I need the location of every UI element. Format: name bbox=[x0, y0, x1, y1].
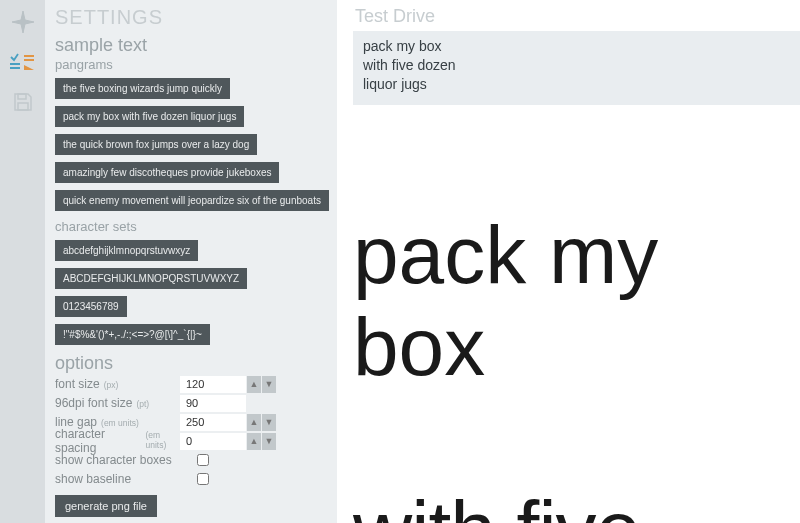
pangram-item[interactable]: pack my box with five dozen liquor jugs bbox=[55, 106, 244, 127]
show-baseline-label: show baseline bbox=[55, 472, 197, 486]
render-line: with five doze bbox=[353, 484, 640, 523]
options-heading: options bbox=[55, 353, 329, 374]
label-text: 96dpi font size bbox=[55, 396, 132, 410]
char-spacing-down-icon[interactable]: ▼ bbox=[262, 433, 276, 450]
label-unit: (pt) bbox=[136, 399, 149, 409]
generate-png-button[interactable]: generate png file bbox=[55, 495, 157, 517]
label-unit: (px) bbox=[104, 380, 119, 390]
charset-item[interactable]: !"#$%&'()*+,-./:;<=>?@[\]^_`{|}~ bbox=[55, 324, 210, 345]
preview-panel: Test Drive pack my box with five doze li… bbox=[337, 0, 800, 523]
svg-rect-5 bbox=[18, 94, 26, 99]
font-size-down-icon[interactable]: ▼ bbox=[262, 376, 276, 393]
charset-item[interactable]: abcdefghijklmnopqrstuvwxyz bbox=[55, 240, 198, 261]
icon-sidebar bbox=[0, 0, 45, 523]
list-mode-icon[interactable] bbox=[9, 48, 37, 76]
save-icon[interactable] bbox=[9, 88, 37, 116]
font-size-up-icon[interactable]: ▲ bbox=[247, 376, 261, 393]
line-gap-input[interactable] bbox=[180, 414, 246, 431]
pangram-item[interactable]: the quick brown fox jumps over a lazy do… bbox=[55, 134, 257, 155]
label-text: character spacing bbox=[55, 427, 141, 455]
option-row-show-baseline: show baseline bbox=[55, 470, 329, 488]
option-row-show-boxes: show character boxes bbox=[55, 451, 329, 469]
settings-panel: SETTINGS sample text pangrams the five b… bbox=[45, 0, 337, 523]
settings-title: SETTINGS bbox=[55, 6, 329, 29]
sample-text-heading: sample text bbox=[55, 35, 329, 56]
svg-rect-6 bbox=[18, 103, 28, 110]
char-spacing-label: character spacing (em units) bbox=[55, 427, 180, 455]
option-row-font-size: font size (px) ▲ ▼ bbox=[55, 375, 329, 393]
option-row-dpi-size: 96dpi font size (pt) bbox=[55, 394, 329, 412]
svg-rect-1 bbox=[10, 63, 20, 65]
dpi-size-label: 96dpi font size (pt) bbox=[55, 396, 180, 410]
pangram-item[interactable]: the five boxing wizards jump quickly bbox=[55, 78, 230, 99]
font-size-label: font size (px) bbox=[55, 377, 180, 391]
render-line: pack my box bbox=[353, 209, 658, 392]
svg-rect-4 bbox=[24, 59, 34, 61]
compass-icon[interactable] bbox=[9, 8, 37, 36]
preview-text-input[interactable] bbox=[353, 31, 800, 105]
show-boxes-label: show character boxes bbox=[55, 453, 197, 467]
charset-item[interactable]: 0123456789 bbox=[55, 296, 127, 317]
charsets-label: character sets bbox=[55, 219, 329, 234]
show-boxes-checkbox[interactable] bbox=[197, 454, 209, 466]
line-gap-up-icon[interactable]: ▲ bbox=[247, 414, 261, 431]
font-size-input[interactable] bbox=[180, 376, 246, 393]
label-text: font size bbox=[55, 377, 100, 391]
line-gap-down-icon[interactable]: ▼ bbox=[262, 414, 276, 431]
label-unit: (em units) bbox=[145, 430, 180, 450]
char-spacing-input[interactable] bbox=[180, 433, 246, 450]
dpi-size-input[interactable] bbox=[180, 395, 246, 412]
charset-list: abcdefghijklmnopqrstuvwxyz ABCDEFGHIJKLM… bbox=[55, 238, 329, 347]
preview-title: Test Drive bbox=[353, 6, 800, 27]
char-spacing-up-icon[interactable]: ▲ bbox=[247, 433, 261, 450]
svg-rect-3 bbox=[24, 55, 34, 57]
pangrams-label: pangrams bbox=[55, 57, 329, 72]
app-root: SETTINGS sample text pangrams the five b… bbox=[0, 0, 800, 523]
font-render-canvas: pack my box with five doze liquor jugs bbox=[353, 105, 800, 523]
pangram-list: the five boxing wizards jump quickly pac… bbox=[55, 76, 329, 213]
svg-rect-2 bbox=[10, 67, 20, 69]
option-row-char-spacing: character spacing (em units) ▲ ▼ bbox=[55, 432, 329, 450]
charset-item[interactable]: ABCDEFGHIJKLMNOPQRSTUVWXYZ bbox=[55, 268, 247, 289]
pangram-item[interactable]: quick enemy movement will jeopardize six… bbox=[55, 190, 329, 211]
pangram-item[interactable]: amazingly few discotheques provide jukeb… bbox=[55, 162, 279, 183]
show-baseline-checkbox[interactable] bbox=[197, 473, 209, 485]
